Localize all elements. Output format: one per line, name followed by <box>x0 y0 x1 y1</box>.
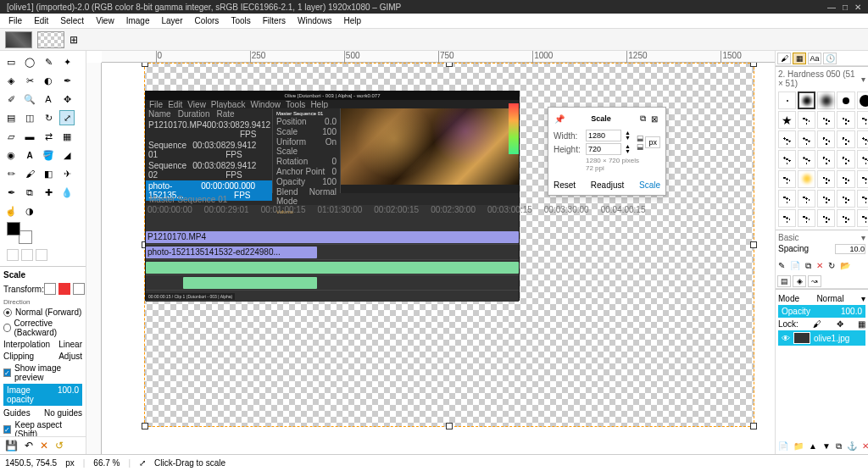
tool-move[interactable]: ✥ <box>59 91 75 107</box>
brush-item[interactable] <box>798 111 815 129</box>
brush-item[interactable] <box>798 209 815 227</box>
clipping-value[interactable]: Adjust <box>58 352 82 361</box>
tool-color-select[interactable]: ◈ <box>3 73 19 88</box>
layer-up-icon[interactable]: ▲ <box>809 441 817 452</box>
menu-help[interactable]: Help <box>339 14 367 27</box>
tool-measure[interactable]: A <box>41 91 56 107</box>
scale-unit-select[interactable]: px <box>645 136 660 148</box>
status-unit-select[interactable]: px <box>65 458 75 468</box>
tool-ink[interactable]: ✒ <box>3 185 19 200</box>
tool-dodge[interactable]: ◑ <box>22 203 37 219</box>
image-tab-1[interactable] <box>5 31 32 48</box>
tool-ellipse-select[interactable]: ◯ <box>22 54 37 69</box>
tool-foreground[interactable]: ◐ <box>41 73 56 88</box>
channels-tab-icon[interactable]: ◈ <box>793 275 806 287</box>
brush-item[interactable]: ★ <box>778 111 796 129</box>
image-opacity-slider[interactable]: Image opacity100.0 <box>3 384 82 406</box>
tool-warp[interactable]: ◉ <box>3 147 19 163</box>
brush-item[interactable] <box>817 150 835 168</box>
scale-dialog-detach-icon[interactable]: ⧉ <box>637 113 648 125</box>
menu-tools[interactable]: Tools <box>225 14 255 27</box>
brush-item[interactable] <box>817 91 835 109</box>
layer-mode-menu-icon[interactable]: ▾ <box>861 294 865 303</box>
tool-bucket[interactable]: 🪣 <box>41 147 56 163</box>
tool-perspective[interactable]: ▬ <box>22 129 37 144</box>
tool-gradient[interactable]: ◢ <box>59 147 75 163</box>
brush-item[interactable] <box>798 150 815 168</box>
keep-aspect-checkbox[interactable]: ✓ <box>3 425 11 434</box>
minimize-button[interactable]: — <box>827 3 836 12</box>
layer-visibility-icon[interactable]: 👁 <box>782 334 790 343</box>
reset-icon[interactable]: ↺ <box>55 440 64 452</box>
scale-dialog-pin-icon[interactable]: 📌 <box>554 113 565 125</box>
brush-item[interactable] <box>857 150 868 168</box>
paths-tab-icon[interactable]: ↝ <box>808 275 821 287</box>
tool-color-picker[interactable]: ✐ <box>3 91 19 107</box>
tool-rect-select[interactable]: ▭ <box>3 54 19 69</box>
status-zoom-select[interactable]: 66.7 % <box>93 458 120 468</box>
show-preview-checkbox[interactable]: ✓ <box>3 368 11 377</box>
brush-item[interactable] <box>817 209 835 227</box>
brush-item[interactable] <box>778 150 796 168</box>
brush-section-menu-icon[interactable]: ▾ <box>861 233 865 242</box>
toolbox-tab-icon-1[interactable] <box>7 249 19 261</box>
tool-crop[interactable]: ◫ <box>22 110 37 125</box>
brush-item[interactable] <box>857 209 868 227</box>
brush-item[interactable] <box>798 170 815 188</box>
brush-item[interactable] <box>857 91 868 109</box>
brush-item[interactable] <box>778 190 796 208</box>
brush-item[interactable] <box>857 130 868 148</box>
menu-layer[interactable]: Layer <box>156 14 187 27</box>
scale-height-input[interactable] <box>586 143 621 155</box>
brush-item[interactable] <box>817 190 835 208</box>
tool-flip[interactable]: ⇄ <box>41 129 56 144</box>
brush-new-icon[interactable]: 📄 <box>790 261 800 271</box>
undo-icon[interactable]: ↶ <box>25 440 33 452</box>
layer-new-icon[interactable]: 📄 <box>778 441 788 452</box>
patterns-tab-icon[interactable]: ▦ <box>793 53 806 64</box>
bg-color-swatch[interactable] <box>19 230 32 244</box>
layer-name[interactable]: olive1.jpg <box>814 334 849 343</box>
scale-readjust-button[interactable]: Readjust <box>591 180 624 190</box>
direction-corrective-radio[interactable] <box>3 324 11 332</box>
scale-chain-icon[interactable]: ⬓⬓ <box>635 134 645 151</box>
lock-pixels-icon[interactable]: 🖌 <box>813 319 821 329</box>
scale-apply-button[interactable]: Scale <box>639 180 660 190</box>
lock-position-icon[interactable]: ✥ <box>837 319 843 329</box>
tool-cage[interactable]: ▦ <box>59 129 75 144</box>
layer-row[interactable]: 👁 olive1.jpg <box>778 330 865 346</box>
fg-color-swatch[interactable] <box>7 222 20 236</box>
brush-item[interactable] <box>837 170 854 188</box>
tool-text[interactable]: A <box>22 147 37 163</box>
toolbox-tab-icon-3[interactable] <box>36 249 47 261</box>
menu-windows[interactable]: Windows <box>292 14 337 27</box>
tool-paintbrush[interactable]: 🖌 <box>22 166 37 181</box>
delete-preset-icon[interactable]: ✕ <box>40 440 48 452</box>
menu-file[interactable]: File <box>3 14 27 27</box>
brush-item[interactable] <box>798 130 815 148</box>
tool-free-select[interactable]: ✎ <box>41 54 56 69</box>
brush-item[interactable] <box>837 190 854 208</box>
interpolation-value[interactable]: Linear <box>58 340 82 349</box>
layers-tab-icon[interactable]: ▤ <box>777 275 791 287</box>
scale-reset-button[interactable]: Reset <box>554 180 576 190</box>
menu-colors[interactable]: Colors <box>189 14 224 27</box>
tool-blur[interactable]: 💧 <box>59 185 75 200</box>
brush-item[interactable] <box>778 91 796 109</box>
tabs-config-icon[interactable]: ⊞ <box>70 34 78 46</box>
maximize-button[interactable]: □ <box>843 3 848 12</box>
tool-heal[interactable]: ✚ <box>41 185 56 200</box>
brush-item[interactable] <box>778 170 796 188</box>
brush-item[interactable] <box>837 111 854 129</box>
brushes-tab-icon[interactable]: 🖌 <box>777 53 791 64</box>
tool-clone[interactable]: ⧉ <box>22 185 37 200</box>
brush-item[interactable] <box>837 150 854 168</box>
tool-smudge[interactable]: ☝ <box>3 203 19 219</box>
direction-normal-radio[interactable] <box>3 308 12 317</box>
brush-item[interactable] <box>798 190 815 208</box>
layer-opacity-slider[interactable]: Opacity100.0 <box>778 305 865 318</box>
brush-item[interactable] <box>798 91 815 109</box>
layer-delete-icon[interactable]: ✕ <box>862 441 868 452</box>
menu-edit[interactable]: Edit <box>29 14 53 27</box>
tool-shear[interactable]: ▱ <box>3 129 19 144</box>
